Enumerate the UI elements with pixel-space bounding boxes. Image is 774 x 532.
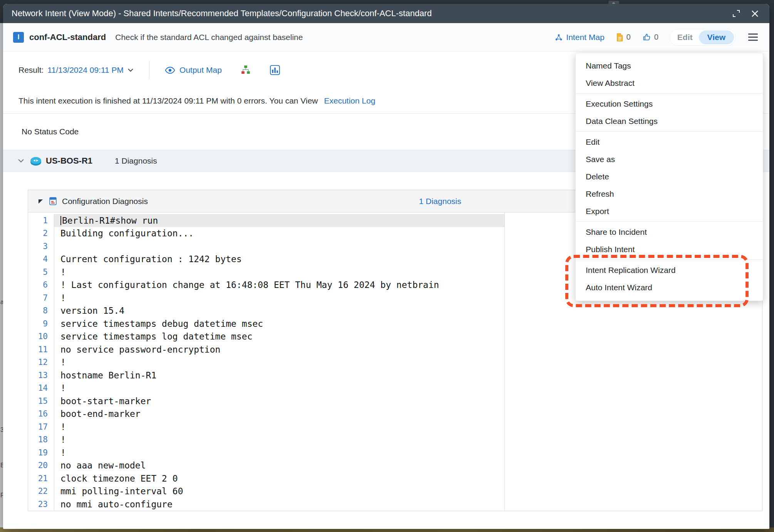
document-icon <box>616 33 623 42</box>
code-line[interactable]: 23no mmi auto-configure <box>28 498 504 511</box>
menu-item-data-clean-settings[interactable]: Data Clean Settings <box>576 112 763 130</box>
line-text: no service password-encryption <box>54 343 504 356</box>
code-line[interactable]: 6! Last configuration change at 16:48:08… <box>28 279 504 292</box>
line-text: no aaa new-model <box>54 459 504 472</box>
menu-item-refresh[interactable]: Refresh <box>576 185 763 202</box>
menu-item-intent-replication-wizard[interactable]: Intent Replication Wizard <box>576 261 763 279</box>
code-line[interactable]: 22mmi polling-interval 60 <box>28 485 504 498</box>
line-text: version 15.4 <box>54 304 504 318</box>
execution-log-link[interactable]: Execution Log <box>324 96 375 105</box>
line-text: service timestamps debug datetime msec <box>54 317 504 330</box>
output-map-label: Output Map <box>179 65 222 75</box>
intent-name: conf-ACL-standard <box>29 32 106 42</box>
collapse-chevron-icon[interactable] <box>18 158 24 164</box>
menu-icon[interactable] <box>747 32 759 42</box>
line-text: boot-start-marker <box>54 395 504 408</box>
menu-item-named-tags[interactable]: Named Tags <box>576 57 763 74</box>
menu-item-delete[interactable]: Delete <box>576 168 763 185</box>
menu-item-publish-intent[interactable]: Publish Intent <box>576 241 763 258</box>
diagnosis-count-link[interactable]: 1 Diagnosis <box>419 197 461 206</box>
line-number: 12 <box>28 356 54 369</box>
menu-item-execution-settings[interactable]: Execution Settings <box>576 95 763 112</box>
line-number: 9 <box>28 317 54 330</box>
like-count: 0 <box>654 33 658 42</box>
diagnosis-panel-title: Configuration Diagnosis <box>62 197 148 206</box>
line-text: no mmi auto-configure <box>54 498 504 511</box>
intent-map-icon <box>555 33 563 41</box>
intent-map-label: Intent Map <box>566 33 604 42</box>
diagnosis-doc-icon <box>49 197 57 206</box>
line-number: 4 <box>28 253 54 266</box>
chart-view-button[interactable] <box>270 65 280 75</box>
code-line[interactable]: 19! <box>28 446 504 459</box>
line-number: 23 <box>28 498 54 511</box>
line-text <box>54 240 504 253</box>
code-line[interactable]: 21clock timezone EET 2 0 <box>28 472 504 485</box>
code-line[interactable]: 9service timestamps debug datetime msec <box>28 317 504 330</box>
close-icon[interactable] <box>749 7 761 20</box>
code-line[interactable]: 11no service password-encryption <box>28 343 504 356</box>
menu-item-export[interactable]: Export <box>576 202 763 220</box>
line-number: 14 <box>28 382 54 395</box>
code-line[interactable]: 2Building configuration... <box>28 227 504 240</box>
code-line[interactable]: 12! <box>28 356 504 369</box>
dialog-title: Network Intent (View Mode) - Shared Inte… <box>12 8 432 18</box>
code-line[interactable]: 3 <box>28 240 504 253</box>
line-text: ! <box>54 356 504 369</box>
code-line[interactable]: 16boot-end-marker <box>28 408 504 421</box>
menu-item-edit[interactable]: Edit <box>576 133 763 151</box>
line-number: 18 <box>28 433 54 447</box>
collapse-triangle-icon[interactable] <box>38 199 43 204</box>
line-text: ! Last configuration change at 16:48:08 … <box>54 279 504 292</box>
code-line[interactable]: 15boot-start-marker <box>28 395 504 408</box>
thumbs-up-icon <box>642 33 651 42</box>
line-number: 6 <box>28 279 54 292</box>
device-diagnosis-count: 1 Diagnosis <box>115 156 157 166</box>
device-tree-button[interactable] <box>240 65 251 75</box>
code-line[interactable]: 17! <box>28 420 504 433</box>
code-line[interactable]: 8version 15.4 <box>28 304 504 318</box>
attachment-count: 0 <box>627 33 631 42</box>
result-selector[interactable]: Result: 11/13/2024 09:11 PM <box>18 65 134 75</box>
menu-divider <box>576 131 763 132</box>
menu-divider <box>576 259 763 260</box>
line-text: ! <box>54 382 504 395</box>
code-line[interactable]: 1Berlin-R1#show run <box>28 214 504 227</box>
code-line[interactable]: 4Current configuration : 1242 bytes <box>28 253 504 266</box>
maximize-icon[interactable] <box>730 7 742 20</box>
attachment-button[interactable]: 0 <box>616 33 631 42</box>
line-text: ! <box>54 266 504 279</box>
device-name: US-BOS-R1 <box>46 156 92 166</box>
intent-map-button[interactable]: Intent Map <box>555 33 604 42</box>
background-glyph: 3 <box>0 427 3 433</box>
menu-item-view-abstract[interactable]: View Abstract <box>576 74 763 92</box>
intent-description: Check if the standard ACL changed agains… <box>115 33 303 42</box>
code-line[interactable]: 7! <box>28 291 504 304</box>
background-window-edge: a 3 B R <box>0 23 3 527</box>
text-cursor <box>60 216 61 225</box>
code-line[interactable]: 18! <box>28 433 504 447</box>
like-button[interactable]: 0 <box>642 33 658 42</box>
menu-item-share-to-incident[interactable]: Share to Incident <box>576 223 763 241</box>
menu-item-save-as[interactable]: Save as <box>576 151 763 168</box>
line-number: 3 <box>28 240 54 253</box>
line-text: ! <box>54 420 504 433</box>
intent-header: I conf-ACL-standard Check if the standar… <box>3 23 769 52</box>
eye-icon <box>165 67 175 74</box>
code-line[interactable]: 5! <box>28 266 504 279</box>
menu-item-auto-intent-wizard[interactable]: Auto Intent Wizard <box>576 279 763 296</box>
result-timestamp: 11/13/2024 09:11 PM <box>47 65 124 75</box>
line-number: 5 <box>28 266 54 279</box>
menu-divider <box>576 221 763 222</box>
code-line[interactable]: 20no aaa new-model <box>28 459 504 472</box>
code-line[interactable]: 13hostname Berlin-R1 <box>28 369 504 382</box>
line-text: hostname Berlin-R1 <box>54 369 504 382</box>
line-text: mmi polling-interval 60 <box>54 485 504 498</box>
edit-button[interactable]: Edit <box>671 30 699 44</box>
line-number: 17 <box>28 420 54 433</box>
code-line[interactable]: 10service timestamps log datetime msec <box>28 330 504 343</box>
view-button[interactable]: View <box>699 30 734 44</box>
output-map-button[interactable]: Output Map <box>165 65 222 75</box>
bar-chart-icon <box>270 65 280 75</box>
code-line[interactable]: 14! <box>28 382 504 395</box>
